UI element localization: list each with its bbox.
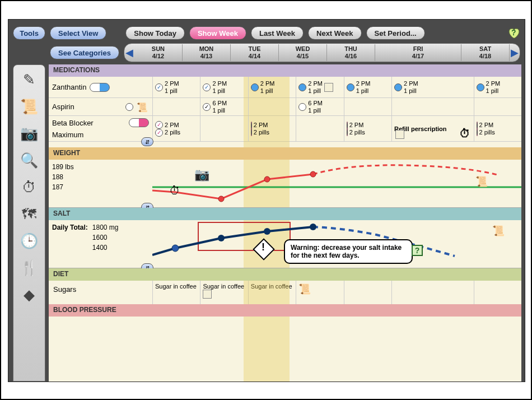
timer-icon[interactable]: ⏱ xyxy=(169,184,180,197)
med-cell[interactable]: 2 PM2 pills xyxy=(474,116,521,141)
med-row-aspirin: Aspirin 📜 ✓6 PM1 pill 6 PM1 pill xyxy=(49,98,521,116)
camera-icon[interactable]: 📷 xyxy=(18,122,40,145)
check-icon: ✓ xyxy=(155,129,163,137)
expand-button[interactable]: ⇵ xyxy=(141,137,153,146)
day-header-fri[interactable]: FRI4/17 xyxy=(375,44,461,61)
net-icon[interactable]: 🔍 xyxy=(18,149,40,171)
select-view-button[interactable]: Select View xyxy=(50,26,106,40)
med-cell[interactable]: 2 PM1 pill xyxy=(474,77,521,97)
med-cell[interactable]: 2 PM1 pill xyxy=(391,77,474,97)
med-row-betablocker: Beta Blocker Maximum ✓✓2 PM2 pills 2 PM2… xyxy=(49,116,521,142)
scroll-icon[interactable]: 📜 xyxy=(492,225,505,237)
last-week-button[interactable]: Last Week xyxy=(251,26,304,40)
med-name: Zanthantin xyxy=(52,83,86,91)
med-row-zanthantin: Zanthantin ✓2 PM1 pill ✓2 PM1 pill 2 PM1… xyxy=(49,77,521,98)
diet-cell[interactable] xyxy=(474,281,521,304)
med-name: Aspirin xyxy=(52,103,74,111)
section-header-diet[interactable]: DIET xyxy=(49,268,521,281)
warning-excl-icon: ! xyxy=(262,241,265,253)
next-day-nav[interactable]: ▶ xyxy=(510,44,520,62)
section-header-weight[interactable]: WEIGHT xyxy=(49,147,521,160)
med-cell[interactable]: 2 PM1 pill xyxy=(248,77,296,97)
diet-cell[interactable] xyxy=(344,281,391,304)
med-cell[interactable] xyxy=(200,116,248,141)
scroll-icon[interactable]: 📜 xyxy=(137,102,149,112)
med-cell[interactable] xyxy=(474,98,521,115)
camera-icon[interactable]: 📷 xyxy=(194,168,209,182)
day-header-wed[interactable]: WED4/15 xyxy=(279,44,327,61)
scroll-icon[interactable]: 📜 xyxy=(475,175,488,188)
salt-chart-area[interactable]: Daily Total: 1800 mg 1600 1400 ! Warning… xyxy=(49,220,521,268)
section-header-salt[interactable]: SALT xyxy=(49,208,521,220)
stopwatch-icon[interactable]: ⏱ xyxy=(18,176,40,198)
help-icon[interactable]: ? xyxy=(412,245,423,256)
svg-point-3 xyxy=(310,171,316,177)
day-header-tue[interactable]: TUE4/14 xyxy=(231,44,279,61)
med-cell[interactable]: 2 PM1 pill xyxy=(344,77,391,97)
svg-point-5 xyxy=(172,245,179,252)
med-cell[interactable]: Refill perscription⏱ xyxy=(391,116,474,141)
med-cell[interactable]: ✓6 PM1 pill xyxy=(200,98,248,115)
set-period-button[interactable]: Set Period... xyxy=(366,26,425,40)
check-icon: ✓ xyxy=(203,103,211,111)
svg-point-7 xyxy=(264,228,270,235)
section-header-bp[interactable]: BLOOD PRESSURE xyxy=(49,304,521,317)
med-cell[interactable] xyxy=(391,98,474,115)
scroll-icon[interactable]: 📜 xyxy=(298,283,311,295)
day-header-mon[interactable]: MON4/13 xyxy=(183,44,231,61)
dose-dot-icon xyxy=(347,83,354,91)
day-header-sun[interactable]: SUN4/12 xyxy=(134,44,183,61)
pill-icon xyxy=(129,118,149,127)
see-categories-button[interactable]: See Categories xyxy=(50,46,119,59)
pencil-icon[interactable]: ✎ xyxy=(18,68,40,91)
med-cell[interactable]: 2 PM2 pills xyxy=(344,116,391,141)
diet-cell[interactable]: 📜 xyxy=(296,281,343,304)
med-cell[interactable] xyxy=(152,98,200,115)
weight-chart xyxy=(152,160,521,208)
check-icon: ✓ xyxy=(203,83,211,91)
diet-cell[interactable] xyxy=(391,281,474,304)
main-grid: MEDICATIONS Zanthantin ✓2 PM1 pill ✓2 PM… xyxy=(49,64,521,382)
clock-icon[interactable]: 🕒 xyxy=(18,230,40,252)
med-cell[interactable]: 2 PM2 pills xyxy=(248,116,296,141)
diet-cell[interactable]: Sugar in coffee xyxy=(200,281,248,304)
med-name: Beta Blocker xyxy=(52,119,94,127)
tool-column: ✎ 📜 📷 🔍 ⏱ 🗺 🕒 🍴 ◆ xyxy=(13,64,45,382)
weight-chart-area[interactable]: 189 lbs 188 187 ⏱ 📷 📜 ⇵ xyxy=(49,160,521,208)
top-toolbar: Tools Select View Show Today Show Week L… xyxy=(13,25,520,41)
pill-icon xyxy=(90,83,110,92)
med-cell[interactable] xyxy=(296,116,343,141)
section-header-medications[interactable]: MEDICATIONS xyxy=(49,64,521,77)
dose-dot-icon xyxy=(477,128,478,136)
pill-icon xyxy=(125,103,133,111)
weight-ylabels: 189 lbs 188 187 xyxy=(52,162,74,192)
med-cell[interactable]: ✓✓2 PM2 pills xyxy=(152,116,200,141)
diet-cell[interactable]: Sugar in coffee xyxy=(152,281,200,304)
svg-point-8 xyxy=(310,224,316,230)
salt-ylabels: Daily Total: 1800 mg 1600 1400 xyxy=(52,222,119,253)
map-icon[interactable]: 🗺 xyxy=(18,203,40,225)
timer-icon[interactable]: ⏱ xyxy=(459,127,470,140)
med-cell[interactable]: 2 PM1 pill xyxy=(296,77,343,97)
show-today-button[interactable]: Show Today xyxy=(125,26,185,40)
prev-day-nav[interactable]: ◀ xyxy=(124,44,134,62)
med-cell[interactable] xyxy=(344,98,391,115)
tools-button[interactable]: Tools xyxy=(13,26,45,40)
med-cell[interactable] xyxy=(248,98,296,115)
dose-dot-icon xyxy=(251,128,252,136)
help-heart-icon[interactable]: ? xyxy=(507,26,520,40)
show-week-button[interactable]: Show Week xyxy=(189,26,246,40)
med-cell[interactable]: ✓2 PM1 pill xyxy=(152,77,200,97)
scroll-icon[interactable]: 📜 xyxy=(18,95,40,118)
note-icon[interactable] xyxy=(395,130,404,139)
next-week-button[interactable]: Next Week xyxy=(308,26,362,40)
med-cell[interactable]: 6 PM1 pill xyxy=(296,98,343,115)
day-header-thu[interactable]: THU4/16 xyxy=(327,44,375,61)
warning-icon[interactable]: ◆ xyxy=(18,283,40,306)
note-icon[interactable] xyxy=(324,83,333,92)
svg-point-6 xyxy=(218,235,225,241)
utensils-icon[interactable]: 🍴 xyxy=(18,257,40,279)
med-cell[interactable]: ✓2 PM1 pill xyxy=(200,77,248,97)
note-icon[interactable] xyxy=(203,290,212,299)
day-header-sat[interactable]: SAT4/18 xyxy=(461,44,510,61)
